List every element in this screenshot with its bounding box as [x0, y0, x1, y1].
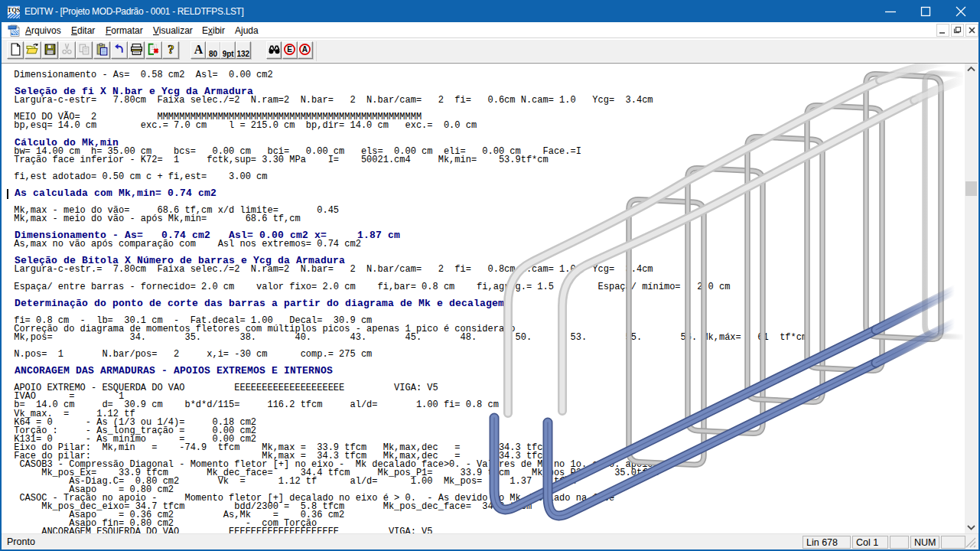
svg-text:TQS: TQS [8, 6, 20, 14]
svg-text:?: ? [168, 43, 174, 56]
svg-text:E: E [287, 45, 292, 54]
svg-text:A: A [194, 43, 203, 56]
svg-text:A: A [302, 45, 308, 54]
